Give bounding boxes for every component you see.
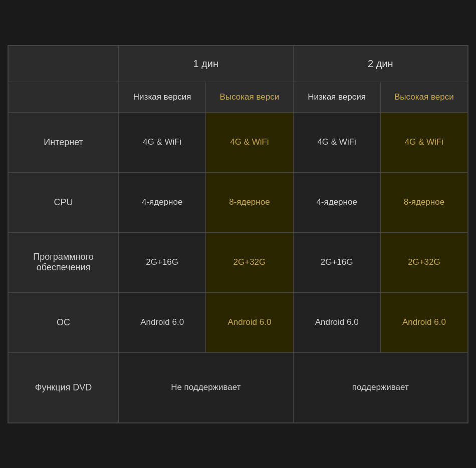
software-high2: 2G+32G <box>380 232 467 292</box>
os-high1: Android 6.0 <box>206 292 293 352</box>
din1-header: 1 дин <box>119 46 293 82</box>
cpu-low2: 4-ядерное <box>293 172 380 232</box>
dvd-col2: поддерживает <box>293 352 467 422</box>
internet-high2: 4G & WiFi <box>380 112 467 172</box>
cpu-high2: 8-ядерное <box>380 172 467 232</box>
software-high1: 2G+32G <box>206 232 293 292</box>
subheader-high1: Высокая верси <box>206 82 293 112</box>
row-label-cpu: CPU <box>9 172 119 232</box>
cpu-low1: 4-ядерное <box>119 172 206 232</box>
top-left-empty <box>9 46 119 82</box>
internet-high1: 4G & WiFi <box>206 112 293 172</box>
row-label-internet: Интернет <box>9 112 119 172</box>
dvd-col1: Не поддерживает <box>119 352 293 422</box>
subheader-empty <box>9 82 119 112</box>
comparison-table: 1 дин 2 дин Низкая версия Высокая верси … <box>8 45 468 423</box>
os-low1: Android 6.0 <box>119 292 206 352</box>
row-label-software: Программного обеспечения <box>9 232 119 292</box>
os-low2: Android 6.0 <box>293 292 380 352</box>
row-label-dvd: Функция DVD <box>9 352 119 422</box>
subheader-low1: Низкая версия <box>119 82 206 112</box>
din2-header: 2 дин <box>293 46 467 82</box>
cpu-high1: 8-ядерное <box>206 172 293 232</box>
internet-low1: 4G & WiFi <box>119 112 206 172</box>
subheader-high2: Высокая верси <box>380 82 467 112</box>
os-high2: Android 6.0 <box>380 292 467 352</box>
software-low1: 2G+16G <box>119 232 206 292</box>
internet-low2: 4G & WiFi <box>293 112 380 172</box>
software-low2: 2G+16G <box>293 232 380 292</box>
subheader-low2: Низкая версия <box>293 82 380 112</box>
row-label-os: ОС <box>9 292 119 352</box>
